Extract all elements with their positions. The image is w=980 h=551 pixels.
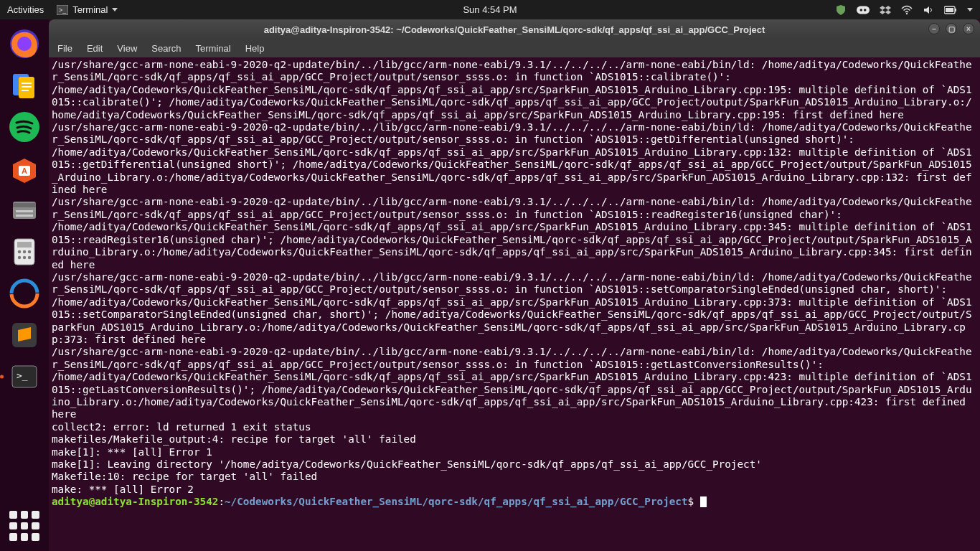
terminal-icon: >_: [9, 362, 39, 392]
menu-terminal[interactable]: Terminal: [196, 43, 231, 54]
menu-search[interactable]: Search: [151, 43, 181, 54]
terminal-app-icon: >_: [57, 5, 68, 15]
window-title: aditya@aditya-Inspiron-3542: ~/Codeworks…: [264, 24, 765, 35]
dock-calculator[interactable]: [6, 233, 43, 270]
window-titlebar[interactable]: aditya@aditya-Inspiron-3542: ~/Codeworks…: [49, 19, 980, 39]
svg-text:>_: >_: [17, 370, 28, 381]
prompt-end: $: [688, 496, 700, 507]
close-button[interactable]: ×: [963, 23, 974, 34]
svg-point-3: [860, 9, 863, 11]
svg-point-4: [864, 9, 867, 11]
dock-docs[interactable]: [6, 67, 43, 104]
spotify-icon: [8, 110, 41, 143]
system-menu-chevron-icon[interactable]: [967, 8, 973, 11]
svg-rect-8: [946, 8, 953, 12]
firefox-icon: [8, 27, 41, 60]
gnome-top-panel: Activities >_ Terminal Sun 4:54 PM: [0, 0, 980, 19]
svg-point-27: [28, 250, 31, 253]
clock[interactable]: Sun 4:54 PM: [463, 4, 517, 15]
svg-rect-13: [22, 83, 32, 84]
active-app-label: Terminal: [72, 4, 108, 15]
svg-rect-7: [955, 9, 956, 11]
svg-rect-2: [857, 6, 870, 14]
menu-view[interactable]: View: [117, 43, 137, 54]
discord-icon[interactable]: [857, 4, 870, 16]
svg-rect-20: [13, 203, 36, 207]
files-icon: [9, 194, 40, 226]
dock-sublime[interactable]: [6, 316, 43, 354]
dock-firefox[interactable]: [6, 25, 43, 62]
svg-point-30: [28, 256, 31, 259]
minimize-button[interactable]: –: [928, 23, 940, 34]
menu-file[interactable]: File: [57, 43, 72, 54]
terminal-cursor: [700, 496, 707, 507]
shield-icon[interactable]: [835, 4, 847, 16]
activities-button[interactable]: Activities: [7, 4, 44, 15]
dock-terminal[interactable]: >_: [6, 358, 43, 395]
prompt-path: ~/Codeworks/QuickFeather_SensiML/qorc-sd…: [225, 496, 688, 507]
terminal-window: aditya@aditya-Inspiron-3542: ~/Codeworks…: [49, 19, 980, 551]
maximize-button[interactable]: ▢: [946, 23, 957, 34]
svg-point-26: [23, 250, 26, 253]
svg-rect-15: [22, 90, 29, 91]
menu-edit[interactable]: Edit: [87, 43, 103, 54]
dropbox-icon[interactable]: [880, 4, 891, 16]
prompt-colon: :: [218, 496, 225, 507]
svg-point-29: [23, 256, 26, 259]
terminal-scrollback: /usr/share/gcc-arm-none-eabi-9-2020-q2-u…: [52, 59, 972, 495]
svg-point-10: [17, 37, 32, 51]
dock-software[interactable]: A: [6, 150, 43, 187]
svg-point-25: [18, 250, 21, 253]
show-applications-button[interactable]: [9, 511, 39, 541]
sublime-icon: [9, 320, 39, 350]
google-docs-icon: [9, 70, 40, 101]
menu-help[interactable]: Help: [245, 43, 265, 54]
svg-text:A: A: [22, 166, 27, 175]
svg-rect-24: [17, 242, 32, 248]
svg-rect-21: [16, 210, 33, 212]
svg-rect-14: [22, 86, 32, 88]
dock-octave[interactable]: [6, 275, 43, 312]
active-app-indicator[interactable]: >_ Terminal: [57, 4, 118, 15]
terminal-menubar: File Edit View Search Terminal Help: [49, 39, 980, 57]
calculator-icon: [10, 236, 39, 268]
ubuntu-dock: A >_: [0, 19, 49, 551]
battery-icon[interactable]: [944, 6, 957, 14]
terminal-output[interactable]: /usr/share/gcc-arm-none-eabi-9-2020-q2-u…: [49, 57, 980, 551]
chevron-down-icon: [112, 8, 118, 11]
svg-text:>_: >_: [59, 6, 67, 14]
dock-spotify[interactable]: [6, 108, 43, 146]
prompt-user: aditya@aditya-Inspiron-3542: [52, 496, 218, 507]
wifi-icon[interactable]: [901, 5, 913, 15]
dock-files[interactable]: [6, 192, 43, 229]
volume-icon[interactable]: [923, 5, 934, 15]
ubuntu-software-icon: A: [9, 153, 40, 184]
svg-point-5: [906, 12, 908, 14]
svg-point-28: [18, 256, 21, 259]
svg-rect-22: [16, 215, 33, 217]
octave-icon: [9, 278, 40, 309]
